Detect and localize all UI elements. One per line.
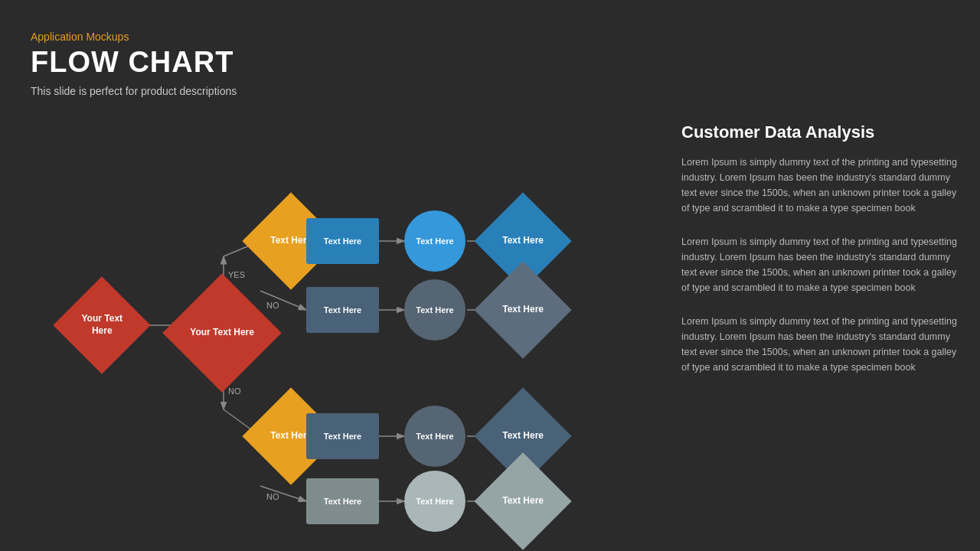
top-no-end-diamond: Text Here — [474, 261, 571, 358]
svg-line-16 — [260, 486, 306, 501]
svg-text:NO: NO — [266, 492, 279, 501]
svg-line-8 — [260, 291, 306, 310]
right-panel: Customer Data Analysis Lorem Ipsum is si… — [681, 122, 957, 393]
top-no-circle: Text Here — [404, 279, 466, 341]
bot-no-end-diamond: Text Here — [474, 452, 571, 549]
header: Application Mockups FLOW CHART This slid… — [31, 31, 237, 97]
main-title: FLOW CHART — [31, 46, 237, 79]
panel-text-2: Lorem Ipsum is simply dummy text of the … — [681, 234, 957, 295]
bot-yes-rect: Text Here — [306, 413, 379, 459]
svg-text:NO: NO — [228, 386, 241, 396]
bot-no-rect: Text Here — [306, 478, 379, 524]
top-no-rect: Text Here — [306, 287, 379, 333]
decision-diamond: Your Text Here — [162, 273, 282, 393]
app-label: Application Mockups — [31, 31, 237, 43]
bot-no-circle: Text Here — [404, 471, 466, 532]
bot-yes-circle: Text Here — [404, 406, 466, 467]
start-diamond: Your Text Here — [53, 276, 150, 373]
panel-text-1: Lorem Ipsum is simply dummy text of the … — [681, 155, 957, 216]
top-yes-rect: Text Here — [306, 218, 379, 264]
subtitle: This slide is perfect for product descri… — [31, 85, 237, 97]
flowchart: YES NO YES NO YES NO — [23, 115, 651, 543]
svg-text:YES: YES — [228, 270, 245, 279]
svg-text:NO: NO — [266, 301, 279, 310]
panel-title: Customer Data Analysis — [681, 122, 957, 142]
top-yes-circle: Text Here — [404, 210, 466, 272]
panel-text-3: Lorem Ipsum is simply dummy text of the … — [681, 314, 957, 375]
